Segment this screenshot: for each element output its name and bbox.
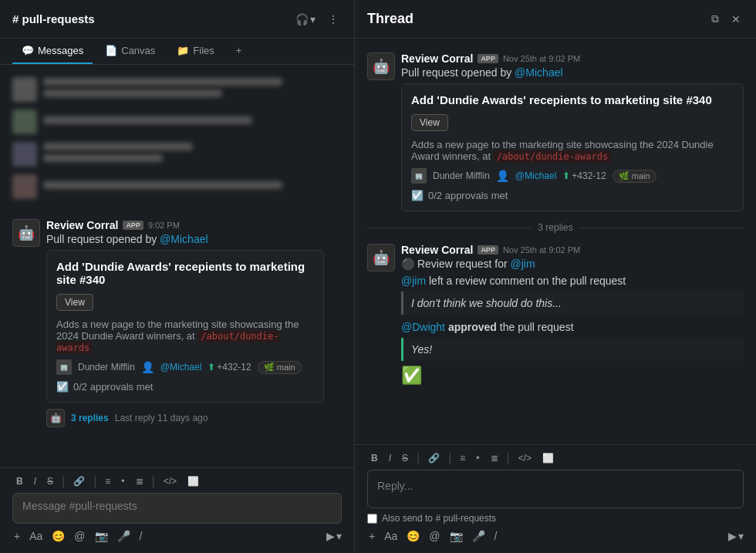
emoji-icon[interactable]: 😊 <box>50 528 66 544</box>
thread-separator: | <box>505 451 511 465</box>
thread-text-format-icon[interactable]: Aa <box>383 528 399 544</box>
mic-icon[interactable]: 🎤 <box>116 528 132 544</box>
blur-line <box>43 116 252 124</box>
diff-badge: ⬆ +432-12 <box>208 362 251 373</box>
send-icon: ▶ <box>326 530 335 542</box>
thread-mention-icon[interactable]: @ <box>427 528 441 544</box>
text-format-icon[interactable]: Aa <box>28 528 44 544</box>
thread-unordered-list-button[interactable]: • <box>472 451 483 465</box>
tabs-bar: 💬 Messages 📄 Canvas 📁 Files + <box>0 39 354 65</box>
bot-avatar: 🤖 <box>12 219 40 247</box>
thread-message-1: 🤖 Review Corral APP Nov 25th at 9:02 PM … <box>355 48 756 216</box>
replies-link[interactable]: 3 replies <box>71 413 109 423</box>
dwight-approved-text: @Dwight approved the pull request <box>401 321 744 333</box>
strikethrough-button[interactable]: S <box>43 474 57 488</box>
bold-button[interactable]: B <box>12 474 27 488</box>
close-thread-button[interactable]: ✕ <box>728 9 744 29</box>
thread-emoji-icon[interactable]: 😊 <box>405 528 421 544</box>
separator: | <box>60 474 66 488</box>
camera-icon[interactable]: 📷 <box>93 528 110 544</box>
michael-mention[interactable]: @Michael <box>160 233 208 245</box>
thread-checkbox-row: Also send to # pull-requests <box>367 513 744 524</box>
blurred-row-3 <box>12 142 342 167</box>
thread-reply-input[interactable]: Reply... <box>377 477 734 501</box>
italic-button[interactable]: I <box>30 474 40 488</box>
thread-camera-icon[interactable]: 📷 <box>448 528 464 544</box>
messages-area: 🤖 Review Corral APP 9:02 PM Pull request… <box>0 65 354 467</box>
blurred-avatar <box>12 77 37 102</box>
jim-review-quote: I don't think we should do this... <box>401 292 744 315</box>
also-send-checkbox[interactable] <box>367 514 377 524</box>
thread-ordered-list-button[interactable]: ≡ <box>456 451 469 465</box>
thread-indent-button[interactable]: ≣ <box>487 451 502 465</box>
thread-add-icon[interactable]: + <box>367 528 376 544</box>
unordered-list-button[interactable]: • <box>117 474 128 488</box>
headphone-button[interactable]: 🎧 ▾ <box>292 10 319 29</box>
dwight-mention[interactable]: @Dwight <box>401 321 445 333</box>
tab-files[interactable]: 📁 Files <box>167 39 223 64</box>
blurred-content <box>43 181 342 193</box>
thread-view-button[interactable]: View <box>411 114 448 131</box>
slash-icon[interactable]: / <box>138 528 144 544</box>
mention-icon[interactable]: @ <box>73 528 86 544</box>
thread-slash-icon[interactable]: / <box>493 528 499 544</box>
thread-link-button[interactable]: 🔗 <box>424 451 444 465</box>
approved-word: approved <box>448 321 497 333</box>
thread-michael-mention[interactable]: @Michael <box>515 66 562 79</box>
jim-mention[interactable]: @jim <box>401 275 426 287</box>
thread-sender-1: Review Corral <box>401 52 473 65</box>
thread-send-button[interactable]: ▶ ▾ <box>728 530 744 542</box>
thread-assignee-mention[interactable]: @Michael <box>515 170 557 181</box>
thread-org-icon: 🏢 <box>411 168 427 184</box>
indent-button[interactable]: ≣ <box>132 474 147 488</box>
jim-mention-review[interactable]: @jim <box>511 258 535 270</box>
branch-icon: 🌿 <box>264 362 275 373</box>
bot-message-block: 🤖 Review Corral APP 9:02 PM Pull request… <box>0 213 354 433</box>
pr-meta: 🏢 Dunder Mifflin 👤 @Michael ⬆ +432-12 🌿 … <box>56 359 314 375</box>
tab-canvas[interactable]: 📄 Canvas <box>96 39 164 64</box>
thread-input-placeholder: Reply... <box>377 480 413 492</box>
header-icons: 🎧 ▾ ⋮ <box>292 10 342 29</box>
message-input-area: B I S | 🔗 | ≡ • ≣ | </> ⬜ Message #pull-… <box>0 467 354 553</box>
thread-bold-button[interactable]: B <box>367 451 382 465</box>
thread-branch-badge: 🌿 main <box>613 170 656 183</box>
approvals-text: 0/2 approvals met <box>73 381 153 393</box>
expand-icon: ⧉ <box>711 12 719 25</box>
ordered-list-button[interactable]: ≡ <box>101 474 114 488</box>
separator: | <box>150 474 157 488</box>
files-icon: 📁 <box>177 45 189 56</box>
thread-code-button[interactable]: </> <box>515 451 535 465</box>
messages-icon: 💬 <box>22 45 34 56</box>
thread-diff-badge: ⬆ +432-12 <box>562 170 606 181</box>
tab-messages[interactable]: 💬 Messages <box>12 39 93 64</box>
view-button[interactable]: View <box>56 294 93 311</box>
thread-message-header-2: Review Corral APP Nov 25th at 9:02 PM <box>401 244 744 256</box>
thread-reply-area: B I S | 🔗 | ≡ • ≣ | </> ⬜ Reply... Also … <box>355 444 756 553</box>
thread-branch-icon: 🌿 <box>619 171 629 181</box>
thread-timestamp-1: Nov 25th at 9:02 PM <box>503 54 580 63</box>
message-header: Review Corral APP 9:02 PM <box>46 219 342 231</box>
pr-description: Adds a new page to the marketing site sh… <box>56 319 314 353</box>
more-options-button[interactable]: ⋮ <box>325 10 342 29</box>
thread-input-wrapper: Reply... <box>367 470 744 508</box>
link-button[interactable]: 🔗 <box>69 474 89 488</box>
thread-message-content-1: Review Corral APP Nov 25th at 9:02 PM Pu… <box>401 52 744 211</box>
code-button[interactable]: </> <box>160 474 181 488</box>
expand-button[interactable]: ⧉ <box>708 9 722 29</box>
message-input[interactable]: Message #pull-requests <box>12 493 342 524</box>
blurred-avatar <box>12 174 37 199</box>
tab-add[interactable]: + <box>227 39 251 64</box>
assignee-mention[interactable]: @Michael <box>160 362 202 373</box>
thread-approval-row: ☑️ 0/2 approvals met <box>411 190 734 201</box>
thread-title: Thread <box>367 11 413 27</box>
thread-strikethrough-button[interactable]: S <box>398 451 412 465</box>
approval-row: ☑️ 0/2 approvals met <box>56 381 314 393</box>
block-button[interactable]: ⬜ <box>184 474 203 488</box>
add-icon[interactable]: + <box>12 528 22 544</box>
thread-mic-icon[interactable]: 🎤 <box>471 528 487 544</box>
thread-pr-card: Add 'Dundie Awards' recepients to market… <box>401 83 744 211</box>
thread-message-text-1: Pull request opened by @Michael <box>401 66 744 79</box>
thread-block-button[interactable]: ⬜ <box>538 451 558 465</box>
send-button[interactable]: ▶ ▾ <box>326 530 342 542</box>
thread-italic-button[interactable]: I <box>385 451 395 465</box>
